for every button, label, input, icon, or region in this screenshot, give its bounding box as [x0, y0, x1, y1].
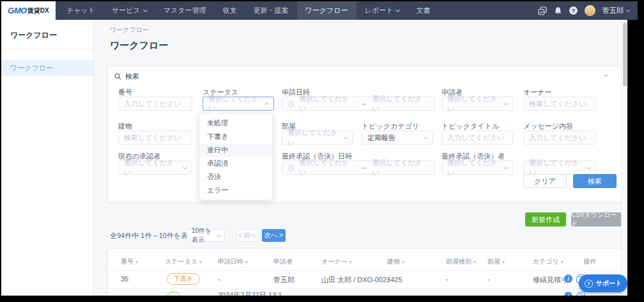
status-select[interactable]: 選択してください [203, 97, 274, 111]
final-decided-by-select[interactable]: 選択してください [441, 161, 513, 175]
field-label-owner: オーナー [523, 88, 552, 97]
field-label-topic-title: トピックタイトル [441, 122, 499, 131]
main-nav: チャット サービス マスター管理 収支 更新・提案 ワークフロー レポート 文書 [58, 1, 438, 20]
divider [108, 289, 622, 289]
sort-caret-icon: ▾ [245, 259, 248, 265]
info-icon[interactable]: i [564, 292, 572, 296]
cell-applied-at: 2024年2月27日 13:1 [218, 290, 282, 296]
status-option-draft[interactable]: 下書き [199, 130, 272, 143]
csv-download-button[interactable]: CSVダウンロード [571, 212, 622, 226]
app-logo[interactable]: GMO賃貸DX [1, 1, 56, 20]
collapse-chevron-icon[interactable] [604, 72, 608, 77]
chevron-down-icon [503, 100, 508, 105]
nav-item-balance[interactable]: 収支 [215, 1, 245, 20]
nav-item-workflow[interactable]: ワークフロー [297, 1, 356, 20]
user-menu[interactable]: 菅五郎 [602, 6, 630, 15]
status-option-in-progress[interactable]: 進行中 [199, 143, 272, 157]
cell-room-type: - [446, 275, 448, 283]
workflow-table: 番号▾ ステータス▾ 申請日時▾ 申請者 オーナー▾ 建物▾ 部屋種別▾ 部屋▾… [107, 248, 622, 296]
nav-item-document[interactable]: 文書 [408, 1, 438, 20]
col-header-category[interactable]: カテゴリ▾ [533, 257, 564, 266]
next-page-button[interactable]: 次へ > [262, 229, 286, 242]
create-new-button[interactable]: 新規作成 [525, 212, 566, 226]
cell-owner: 山田 太郎 / DXO-0023425 [321, 275, 402, 285]
status-dropdown-menu: 未処理 下書き 進行中 承認済 否決 エラー [199, 113, 273, 200]
chevron-down-icon [217, 232, 221, 237]
chevron-down-icon [395, 8, 400, 12]
col-header-owner[interactable]: オーナー▾ [321, 257, 351, 266]
status-option-rejected[interactable]: 否決 [199, 170, 272, 184]
topic-title-input[interactable] [441, 131, 513, 145]
col-header-number[interactable]: 番号▾ [121, 257, 138, 266]
chevron-down-icon [626, 8, 631, 12]
applicant-select[interactable]: 選択してください [441, 97, 513, 111]
prev-page-button[interactable]: < 前へ [236, 229, 259, 242]
nav-item-service[interactable]: サービス [103, 1, 155, 20]
col-header-applied-at[interactable]: 申請日時▾ [218, 257, 248, 266]
topic-category-select[interactable]: 定期報告 [362, 131, 433, 145]
col-header-room-type[interactable]: 部屋種別▾ [446, 257, 476, 266]
app-viewport: ワークフロー ワークフロー ワークフロー ワークフロー 検索 番号 ステータス … [1, 20, 627, 296]
status-option-error[interactable]: エラー [199, 184, 272, 197]
page-size-select[interactable]: 10件を表示 [187, 229, 225, 242]
sort-caret-icon: ▾ [473, 259, 476, 265]
copy-icon[interactable] [576, 292, 585, 296]
sort-caret-icon: ▾ [135, 259, 138, 265]
support-label: サポート [596, 279, 622, 288]
field-label-building: 建物 [118, 122, 132, 131]
clock-icon [288, 164, 295, 171]
current-approver-select[interactable]: 選択してください [118, 161, 192, 175]
header-right: ? 菅五郎 [538, 1, 638, 20]
chevron-up-icon [264, 102, 269, 107]
tasks-icon[interactable] [538, 6, 547, 15]
sort-caret-icon: ▾ [502, 259, 505, 265]
chevron-down-icon [586, 164, 591, 169]
search-icon [114, 73, 121, 80]
search-button[interactable]: 検索 [573, 174, 617, 188]
owner-search-input[interactable] [523, 97, 596, 111]
cell-number: 35 [121, 275, 128, 283]
field-label-message: メッセージ内容 [523, 122, 573, 131]
support-button[interactable]: ? サポート [579, 274, 627, 292]
nav-item-renewal[interactable]: 更新・提案 [245, 1, 297, 20]
number-input[interactable] [118, 97, 192, 111]
scrollbar-thumb[interactable] [623, 22, 627, 86]
divider [1, 49, 93, 49]
search-panel-title: 検索 [125, 72, 139, 81]
status-option-unprocessed[interactable]: 未処理 [199, 116, 272, 130]
sidebar-item-workflow[interactable]: ワークフロー [1, 60, 93, 76]
help-icon[interactable]: ? [569, 6, 578, 15]
final-decided-by-select-2[interactable]: 選択してください [523, 161, 596, 175]
status-badge [167, 292, 181, 296]
message-input[interactable] [523, 131, 596, 145]
field-label-topic-category: トピックカテゴリ [362, 122, 419, 131]
top-header: GMO賃貸DX チャット サービス マスター管理 収支 更新・提案 ワークフロー… [1, 1, 638, 20]
chevron-down-icon [424, 134, 428, 139]
sort-caret-icon: ▾ [199, 259, 202, 265]
bell-icon[interactable] [554, 6, 562, 15]
sort-caret-icon: ▾ [349, 259, 351, 265]
vertical-scrollbar [621, 20, 627, 296]
room-select[interactable]: 選択してください [282, 131, 353, 145]
applied-at-range[interactable]: 選択してください ～ 選択してください [282, 97, 435, 111]
sidebar: ワークフロー ワークフロー [1, 20, 94, 296]
clear-button[interactable]: クリア [523, 174, 567, 188]
nav-item-master[interactable]: マスター管理 [155, 1, 215, 20]
final-decided-at-range[interactable]: 選択してください ～ 選択してください [282, 161, 435, 175]
nav-item-report[interactable]: レポート [356, 1, 408, 20]
cell-category: 修繕見積り [533, 275, 568, 285]
building-search-input[interactable] [118, 131, 192, 145]
info-icon[interactable]: i [564, 274, 572, 283]
avatar[interactable] [585, 5, 595, 16]
nav-item-chat[interactable]: チャット [58, 1, 103, 20]
col-header-status[interactable]: ステータス▾ [165, 257, 202, 266]
status-option-approved[interactable]: 承認済 [199, 157, 272, 170]
col-header-building[interactable]: 建物▾ [387, 257, 404, 266]
divider [108, 270, 622, 271]
logo-suffix-text: 賃貸DX [27, 6, 49, 15]
status-badge: 下書き [167, 273, 200, 285]
user-name: 菅五郎 [602, 6, 624, 15]
sort-caret-icon: ▾ [402, 259, 404, 265]
col-header-room[interactable]: 部屋▾ [487, 257, 505, 266]
search-panel-header: 検索 [114, 72, 139, 81]
